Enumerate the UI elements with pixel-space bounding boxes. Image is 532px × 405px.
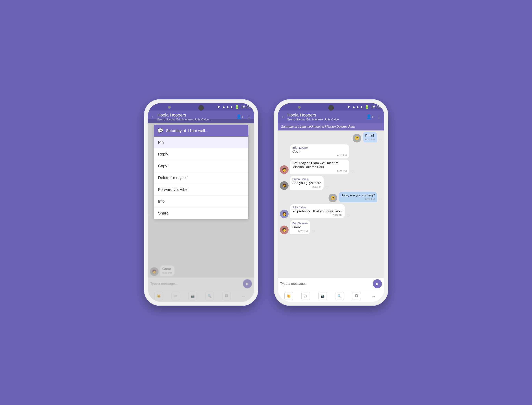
msg-time-2-1b: 6:24 PM xyxy=(292,169,347,172)
camera-icon-2[interactable]: 📷 xyxy=(318,292,327,300)
chat-title-2: Hoola Hoopers xyxy=(287,113,364,118)
heart-icon-2-6[interactable]: ♡ xyxy=(311,230,315,234)
msg-time-2-1: 6:24 PM xyxy=(292,154,347,157)
more-toolbar-icon-2[interactable]: ··· xyxy=(369,292,378,300)
context-header-text: Saturday at 11am well... xyxy=(166,128,208,133)
avatar-2-6: 🧑 xyxy=(280,226,289,234)
sender-2-5: Julia Calvo xyxy=(292,206,342,209)
emoji-icon-2[interactable]: 🐱 xyxy=(284,292,293,300)
front-camera-2 xyxy=(328,105,334,111)
msg-bubble-2-3: Bruno Garcia See you guys there 6:25 PM xyxy=(290,176,324,190)
avatar-2-1: 🧑 xyxy=(280,165,289,174)
messages-area-2: ♡ I'm in! 6:24 PM 😀 🧑 Eric Navarro Cool! xyxy=(278,130,384,277)
sender-2-3: Bruno Garcia xyxy=(292,177,321,181)
msg-text-2-4: Julia, are you coming? xyxy=(341,193,375,197)
msg-row-2-6: 🧑 Eric Navarro Great 6:25 PM ♡ xyxy=(280,220,382,234)
msg-time-2-4: 6:24 PM xyxy=(341,198,375,201)
signal-icon: ▲▲▲ xyxy=(222,105,233,109)
more-options-icon-2[interactable]: ⋮ xyxy=(377,114,381,120)
avatar-2-5: 👩 xyxy=(280,209,289,218)
search-image-icon-2[interactable]: 🔍 xyxy=(335,292,344,300)
phone-2: ▼ ▲▲▲ 🔋 18:25 ← Hoola Hoopers Bruno Garc… xyxy=(274,99,388,306)
context-item-info[interactable]: Info xyxy=(154,196,248,207)
avatar-2-4: 😀 xyxy=(329,194,337,202)
add-participant-icon-2[interactable]: 👤+ xyxy=(366,114,374,120)
front-camera xyxy=(198,105,204,111)
context-chat-icon: 💬 xyxy=(157,128,163,133)
context-item-share[interactable]: Share xyxy=(154,207,248,219)
heart-icon-2-4[interactable]: ♡ xyxy=(379,198,382,202)
back-button-1[interactable]: ← xyxy=(151,114,155,120)
time-display-1: 18:25 xyxy=(241,105,250,109)
phone-dot xyxy=(168,106,171,109)
phone-1: ▼ ▲▲▲ 🔋 18:25 ← Hoola Hoopers Bruno Garc… xyxy=(144,99,258,306)
context-item-delete[interactable]: Delete for myself xyxy=(154,172,248,184)
msg-row-2-3: 🧔 Bruno Garcia See you guys there 6:25 P… xyxy=(280,176,382,190)
send-button-2[interactable]: ▶ xyxy=(373,279,382,288)
heart-icon-2-5[interactable]: ♡ xyxy=(346,214,350,218)
gif-icon-2[interactable]: GIF xyxy=(301,292,310,300)
phone-screen-1: ▼ ▲▲▲ 🔋 18:25 ← Hoola Hoopers Bruno Garc… xyxy=(148,103,254,302)
context-item-reply[interactable]: Reply xyxy=(154,148,248,160)
back-button-2[interactable]: ← xyxy=(281,114,285,120)
signal-icon-2: ▲▲▲ xyxy=(352,105,363,109)
pinned-banner-2: Saturday at 11am we'll meet at Mission D… xyxy=(278,123,384,130)
context-menu: 💬 Saturday at 11am well... Pin Reply Cop… xyxy=(154,125,248,219)
wifi-icon: ▼ xyxy=(217,105,221,109)
chat-subtitle-2: Bruno Garcia, Eric Navarro, Julia Calvo … xyxy=(287,118,364,121)
msg-text-2-0: I'm in! xyxy=(365,134,375,138)
context-menu-header: 💬 Saturday at 11am well... xyxy=(154,125,248,137)
phone-screen-2: ▼ ▲▲▲ 🔋 18:25 ← Hoola Hoopers Bruno Garc… xyxy=(278,103,384,302)
msg-time-2-3: 6:25 PM xyxy=(292,185,321,188)
msg-bubble-2-6: Eric Navarro Great 6:25 PM xyxy=(290,220,310,234)
more-options-icon-1[interactable]: ⋮ xyxy=(247,114,251,120)
msg-bubble-2-1b: Saturday at 11am we'll meet at Mission D… xyxy=(290,160,349,174)
context-item-pin[interactable]: Pin xyxy=(154,137,248,148)
msg-text-2-1b: Saturday at 11am we'll meet at Mission D… xyxy=(292,161,347,169)
sender-2-6: Eric Navarro xyxy=(292,222,308,225)
header-title-2: Hoola Hoopers Bruno Garcia, Eric Navarro… xyxy=(287,113,364,121)
msg-text-2-6: Great xyxy=(292,225,308,229)
msg-row-2-0: ♡ I'm in! 6:24 PM 😀 xyxy=(280,132,382,142)
phone-dot-2 xyxy=(298,106,301,109)
header-actions-1: 👤+ ⋮ xyxy=(236,114,251,120)
msg-text-2-5: Ya probably, I'll let you guys know xyxy=(292,209,342,213)
heart-icon-2-1[interactable]: ♡ xyxy=(351,169,354,174)
msg-time-2-0: 6:24 PM xyxy=(365,138,375,141)
status-icons-1: ▼ ▲▲▲ 🔋 18:25 xyxy=(217,104,250,109)
context-overlay[interactable]: 💬 Saturday at 11am well... Pin Reply Cop… xyxy=(148,119,254,302)
msg-row-2-4: ♡ Julia, are you coming? 6:24 PM 😀 xyxy=(280,192,382,202)
sender-2-1: Eric Navarro xyxy=(292,146,347,149)
avatar-2-3: 🧔 xyxy=(280,181,289,190)
heart-icon-2-0[interactable]: ♡ xyxy=(379,138,382,142)
context-item-forward[interactable]: Forward via Viber xyxy=(154,184,248,196)
add-participant-icon-1[interactable]: 👤+ xyxy=(236,114,244,120)
time-display-2: 18:25 xyxy=(371,105,380,109)
battery-icon: 🔋 xyxy=(235,104,240,109)
image-icon-2[interactable]: 🖼 xyxy=(352,292,361,300)
wifi-icon-2: ▼ xyxy=(347,105,351,109)
msg-time-2-5: 6:25 PM xyxy=(292,214,342,217)
message-input-2[interactable] xyxy=(280,282,371,286)
msg-text-2-3: See you guys there xyxy=(292,181,321,185)
toolbar-2: 🐱 GIF 📷 🔍 🖼 ··· xyxy=(278,290,384,302)
heart-icon-2-3[interactable]: ♡ xyxy=(325,185,329,190)
header-actions-2: 👤+ ⋮ xyxy=(366,114,381,120)
phone2-layout: ▼ ▲▲▲ 🔋 18:25 ← Hoola Hoopers Bruno Garc… xyxy=(278,103,384,302)
avatar-2-0: 😀 xyxy=(352,134,361,142)
status-icons-2: ▼ ▲▲▲ 🔋 18:25 xyxy=(347,104,380,109)
input-bar-2: ▶ xyxy=(278,277,384,290)
msg-bubble-2-0: I'm in! 6:24 PM xyxy=(363,132,377,142)
msg-bubble-2-5: Julia Calvo Ya probably, I'll let you gu… xyxy=(290,204,345,218)
battery-icon-2: 🔋 xyxy=(365,104,369,109)
app-header-2: ← Hoola Hoopers Bruno Garcia, Eric Navar… xyxy=(278,111,384,123)
chat-title-1: Hoola Hoopers xyxy=(157,113,234,118)
context-item-copy[interactable]: Copy xyxy=(154,160,248,172)
msg-group-2-1: Eric Navarro Cool! 6:24 PM Saturday at 1… xyxy=(290,144,349,174)
msg-time-2-6: 6:25 PM xyxy=(292,230,308,233)
msg-bubble-2-1: Eric Navarro Cool! 6:24 PM xyxy=(290,144,349,158)
phone1-layout: ▼ ▲▲▲ 🔋 18:25 ← Hoola Hoopers Bruno Garc… xyxy=(148,103,254,302)
msg-row-2-5: 👩 Julia Calvo Ya probably, I'll let you … xyxy=(280,204,382,218)
msg-bubble-2-4: Julia, are you coming? 6:24 PM xyxy=(339,192,377,202)
msg-row-2-1: 🧑 Eric Navarro Cool! 6:24 PM Saturday at… xyxy=(280,144,382,174)
